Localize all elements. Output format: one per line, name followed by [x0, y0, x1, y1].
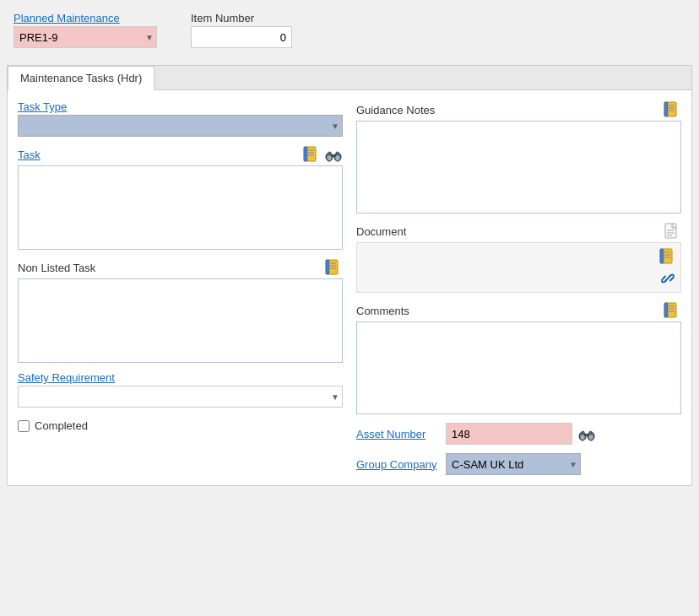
svg-point-8	[328, 155, 332, 160]
completed-checkbox[interactable]	[18, 420, 30, 432]
document-page-icon[interactable]	[663, 222, 681, 240]
task-label[interactable]: Task	[18, 149, 41, 161]
svg-point-9	[336, 155, 340, 160]
svg-rect-33	[664, 303, 668, 317]
svg-line-31	[666, 277, 670, 281]
svg-rect-39	[584, 434, 589, 436]
svg-rect-10	[328, 152, 331, 155]
svg-rect-7	[331, 154, 336, 157]
tab-section: Maintenance Tasks (Hdr) Task Type ▼	[7, 65, 692, 486]
task-type-dropdown-wrapper: ▼	[18, 115, 343, 137]
tab-content: Task Type ▼ Task	[8, 90, 691, 485]
completed-row: Completed	[18, 419, 343, 432]
planned-maintenance-label[interactable]: Planned Maintenance	[14, 12, 157, 24]
non-listed-task-label: Non Listed Task	[18, 262, 95, 274]
svg-rect-1	[304, 147, 307, 161]
comments-notebook-icon[interactable]	[663, 301, 681, 320]
group-company-select[interactable]: C-SAM UK Ltd	[446, 453, 581, 475]
task-type-select[interactable]	[18, 115, 343, 137]
asset-number-label[interactable]: Asset Number	[356, 428, 441, 440]
svg-point-40	[581, 435, 585, 440]
task-field: Task	[18, 145, 343, 250]
task-textarea[interactable]	[18, 165, 343, 250]
guidance-notebook-icon[interactable]	[663, 100, 681, 119]
guidance-notes-label-row: Guidance Notes	[356, 100, 681, 119]
non-listed-task-textarea[interactable]	[18, 278, 343, 363]
comments-field: Comments	[356, 301, 681, 414]
document-content	[357, 243, 655, 292]
comments-label-row: Comments	[356, 301, 681, 320]
guidance-notes-textarea[interactable]	[356, 121, 681, 213]
left-column: Task Type ▼ Task	[18, 100, 343, 475]
document-field: Document	[356, 222, 681, 293]
non-listed-task-field: Non Listed Task	[18, 258, 343, 363]
svg-rect-18	[664, 102, 668, 116]
planned-maintenance-group: Planned Maintenance PRE1-9 ▼	[14, 12, 157, 48]
svg-rect-42	[582, 431, 584, 435]
safety-requirement-label[interactable]: Safety Requirement	[18, 371, 343, 384]
document-link-icon[interactable]	[658, 269, 677, 288]
top-section: Planned Maintenance PRE1-9 ▼ Item Number	[7, 7, 692, 57]
svg-rect-13	[326, 260, 329, 274]
group-company-wrapper: C-SAM UK Ltd ▼	[446, 453, 581, 475]
safety-requirement-select[interactable]	[18, 386, 343, 408]
asset-number-row: Asset Number	[356, 423, 681, 445]
safety-requirement-wrapper: ▼	[18, 386, 343, 408]
group-company-row: Group Company C-SAM UK Ltd ▼	[356, 453, 681, 475]
task-type-label[interactable]: Task Type	[18, 100, 343, 113]
document-label-row: Document	[356, 222, 681, 240]
task-notebook-icon[interactable]	[302, 145, 321, 164]
asset-number-field: Asset Number	[356, 423, 681, 445]
planned-maintenance-dropdown-wrapper: PRE1-9 ▼	[14, 26, 157, 48]
tab-maintenance-tasks[interactable]: Maintenance Tasks (Hdr)	[8, 66, 154, 90]
asset-number-input[interactable]	[446, 423, 572, 445]
asset-binoculars-icon[interactable]	[577, 424, 596, 443]
tab-bar: Maintenance Tasks (Hdr)	[8, 66, 691, 90]
completed-label: Completed	[35, 419, 88, 432]
planned-maintenance-select[interactable]: PRE1-9	[14, 26, 157, 48]
non-listed-notebook-icon[interactable]	[324, 258, 343, 277]
task-type-field: Task Type ▼	[18, 100, 343, 137]
group-company-label[interactable]: Group Company	[356, 458, 441, 471]
document-notebook-icon[interactable]	[658, 247, 677, 266]
item-number-label: Item Number	[191, 12, 292, 24]
page-wrapper: Planned Maintenance PRE1-9 ▼ Item Number…	[0, 0, 699, 616]
comments-label: Comments	[356, 305, 409, 317]
right-column: Guidance Notes	[356, 100, 681, 475]
task-icons	[302, 145, 343, 164]
guidance-notes-label: Guidance Notes	[356, 104, 435, 116]
document-area	[356, 242, 681, 293]
item-number-input[interactable]	[191, 26, 292, 48]
non-listed-task-label-row: Non Listed Task	[18, 258, 343, 277]
document-action-icons	[655, 243, 680, 292]
document-label: Document	[356, 225, 406, 238]
group-company-field: Group Company C-SAM UK Ltd ▼	[356, 453, 681, 475]
guidance-notes-field: Guidance Notes	[356, 100, 681, 213]
svg-point-41	[589, 435, 593, 440]
svg-rect-11	[336, 152, 339, 155]
item-number-group: Item Number	[191, 12, 292, 48]
task-binoculars-icon[interactable]	[324, 145, 343, 164]
comments-textarea[interactable]	[356, 322, 681, 414]
svg-rect-27	[660, 249, 664, 263]
svg-rect-43	[589, 431, 592, 435]
task-label-row: Task	[18, 145, 343, 164]
safety-requirement-field: Safety Requirement ▼	[18, 371, 343, 408]
